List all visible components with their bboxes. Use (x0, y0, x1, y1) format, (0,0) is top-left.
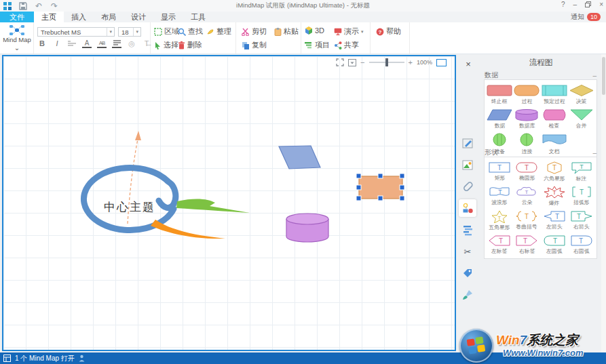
panel-scrollbar[interactable] (601, 54, 606, 352)
font-family-select[interactable]: Trebuchet MS ▾ (37, 27, 115, 37)
cut-button[interactable]: 剪切 (242, 26, 267, 37)
paste-button[interactable]: 粘贴 (274, 26, 299, 37)
tab-design[interactable]: 设计 (124, 12, 153, 22)
branch-green[interactable] (176, 199, 250, 213)
panel-title: 流程图 (480, 58, 601, 68)
font-size-select[interactable]: 18 ▾ (118, 27, 141, 37)
notes-icon[interactable] (459, 134, 476, 152)
shape-explosion[interactable]: T 爆炸 (541, 184, 568, 209)
line-spacing-icon[interactable] (67, 39, 77, 48)
window-controls: ? – × (561, 1, 603, 8)
mindmap-button[interactable]: Mind Map ⌄ (3, 24, 31, 53)
text-effects-icon[interactable]: T̶ (142, 39, 151, 48)
svg-text:T: T (577, 213, 581, 220)
minimize-button[interactable]: – (573, 1, 577, 8)
map-canvas[interactable]: − + 100% 中心主题 (2, 55, 456, 351)
shape-right-tag[interactable]: T 右标签 (513, 233, 540, 257)
shape-right-round[interactable]: T 右圆弧 (568, 233, 595, 257)
attachment-icon[interactable] (459, 178, 476, 195)
panel-close-button[interactable]: × (461, 58, 475, 69)
statusbar: 1 个 Mind Map 打开 (0, 352, 606, 364)
notification-area[interactable]: 通知 10 (571, 12, 601, 22)
shape-process[interactable]: 过程 (513, 83, 540, 107)
shape-data[interactable]: 数据 (486, 107, 513, 132)
svg-text:T: T (580, 188, 584, 196)
delete-button[interactable]: 删除 (178, 40, 202, 50)
help-window-button[interactable]: ? (561, 1, 565, 8)
section-label: 形状 (485, 148, 498, 157)
highlight-color-button[interactable]: A̶B (97, 39, 107, 48)
shape-predefined-process[interactable]: 预定过程 (541, 83, 568, 107)
tab-insert[interactable]: 插入 (64, 12, 94, 22)
collapse-icon[interactable]: – (592, 149, 596, 157)
shape-curly-braces[interactable]: T 卷曲括号 (513, 209, 540, 233)
copy-button[interactable]: 复制 (242, 40, 267, 50)
tab-view[interactable]: 显示 (153, 12, 183, 22)
shape-cloud[interactable]: T 云朵 (513, 184, 540, 209)
shape-left-round[interactable]: T 左圆弧 (541, 233, 568, 257)
shape-inspection[interactable]: 检查 (541, 107, 568, 132)
svg-text:T: T (498, 215, 501, 221)
restore-button[interactable] (585, 1, 591, 7)
shape-star[interactable]: T 五角星形 (486, 209, 513, 233)
shape-wave[interactable]: T 波浪形 (486, 184, 513, 209)
shape-brackets[interactable]: T 括弧形 (568, 184, 595, 209)
shape-left-tag[interactable]: T 左标签 (486, 233, 513, 257)
align-button[interactable] (112, 39, 121, 48)
image-icon[interactable] (459, 156, 476, 174)
svg-text:T: T (523, 237, 527, 245)
font-size-value: 18 (121, 28, 129, 36)
section-header-data[interactable]: 数据 – (485, 70, 596, 80)
svg-text:T: T (498, 188, 502, 195)
svg-text:T: T (525, 213, 529, 220)
ribbon-group-view: 3D 演示▾ 项目 共享 (301, 22, 371, 54)
shape-left-arrow[interactable]: T 左箭头 (541, 209, 568, 233)
shape-parallelogram[interactable] (279, 146, 320, 169)
section-header-shapes[interactable]: 形状 – (485, 148, 596, 157)
3d-button[interactable]: 3D (305, 26, 324, 35)
share-button[interactable]: 共享 (334, 40, 359, 50)
svg-text:T: T (552, 164, 556, 171)
flowchart-panel: 流程图 数据 – 终止框 过程 预定过程 决策 (480, 54, 601, 352)
shape-right-arrow[interactable]: T 右箭头 (568, 209, 595, 233)
search-icon (178, 28, 186, 36)
italic-button[interactable]: I (52, 39, 62, 48)
find-button[interactable]: 查找 (178, 26, 203, 37)
font-color-button[interactable]: A (82, 39, 92, 48)
shape-rect-text[interactable]: T 矩形 (486, 160, 513, 184)
project-button[interactable]: 项目 (305, 40, 330, 50)
flowchart-panel-icon[interactable] (459, 199, 476, 217)
tab-home[interactable]: 主页 (34, 12, 64, 22)
close-window-button[interactable]: × (599, 1, 603, 8)
paintbrush-icon[interactable] (459, 286, 476, 304)
shape-database[interactable]: 数据库 (513, 107, 540, 132)
shape-merge[interactable]: 合并 (568, 107, 595, 132)
bold-button[interactable]: B (37, 39, 47, 48)
tag-icon[interactable] (459, 264, 476, 282)
tidy-icon (206, 28, 214, 36)
shapes-card: T 矩形 T 椭圆形 T 六角星形 T 标注 T 波浪形 T 云朵 (484, 157, 597, 259)
shape-style-icon[interactable]: ◎ (127, 39, 136, 48)
shape-hexagon-star[interactable]: T 六角星形 (541, 160, 568, 184)
collapse-icon[interactable]: – (592, 72, 596, 79)
user-icon (79, 355, 85, 362)
outline-icon[interactable] (459, 221, 476, 239)
snip-icon[interactable]: ✂ (459, 243, 476, 260)
shape-terminator[interactable]: 终止框 (486, 83, 513, 107)
tidy-button[interactable]: 整理 (206, 26, 231, 37)
shape-cylinder[interactable] (286, 214, 328, 242)
tab-layout[interactable]: 布局 (94, 12, 124, 22)
shape-decision[interactable]: 决策 (568, 83, 595, 107)
shape-rectangle-selected[interactable] (356, 174, 404, 201)
area-button[interactable]: 区域 (154, 26, 179, 37)
present-button[interactable]: 演示▾ (334, 26, 364, 37)
help-button[interactable]: ? 帮助 (376, 26, 401, 37)
ribbon: Mind Map ⌄ Trebuchet MS ▾ 18 ▾ B I A A̶B… (0, 22, 606, 54)
shape-callout[interactable]: T 标注 (568, 160, 595, 184)
tab-tools[interactable]: 工具 (183, 12, 213, 22)
notification-badge: 10 (587, 13, 601, 21)
font-family-value: Trebuchet MS (41, 28, 81, 36)
svg-text:T: T (552, 189, 556, 196)
tab-file[interactable]: 文件 (0, 12, 34, 22)
shape-oval-text[interactable]: T 椭圆形 (513, 160, 540, 184)
